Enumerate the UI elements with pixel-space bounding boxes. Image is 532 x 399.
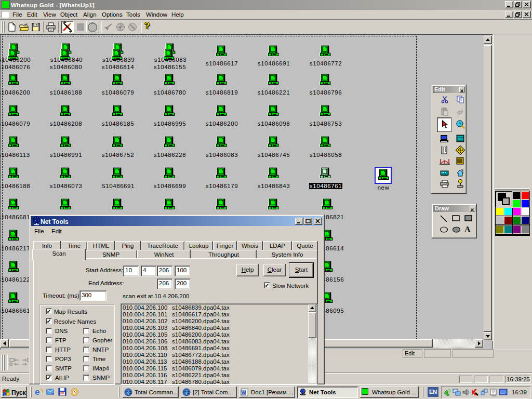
svg-text:e: e (35, 388, 39, 396)
svg-text:TC: TC (126, 390, 131, 395)
svg-text:W: W (242, 390, 246, 395)
svg-text:TC: TC (184, 390, 190, 395)
